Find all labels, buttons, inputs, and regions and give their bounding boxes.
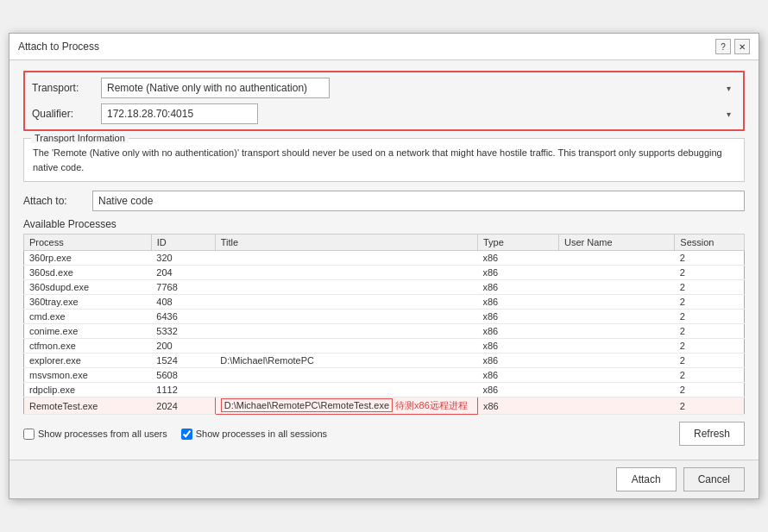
table-row[interactable]: cmd.exe 6436 x86 2: [24, 310, 745, 324]
cell-type: x86: [477, 324, 558, 339]
col-header-process: Process: [24, 235, 152, 251]
qualifier-row: Qualifier:: [32, 103, 736, 124]
close-button[interactable]: ✕: [734, 39, 750, 54]
transport-select[interactable]: Remote (Native only with no authenticati…: [101, 78, 330, 98]
cell-id: 7768: [151, 280, 215, 295]
cell-process: 360rp.exe: [24, 251, 152, 266]
cell-title: [215, 280, 477, 295]
transport-qualifier-group: Transport: Remote (Native only with no a…: [23, 71, 745, 131]
refresh-button[interactable]: Refresh: [679, 422, 745, 446]
attach-to-label: Attach to:: [23, 195, 92, 207]
cell-title: [215, 339, 477, 354]
bottom-left: Show processes from all users Show proce…: [23, 429, 327, 440]
dialog-content: Transport: Remote (Native only with no a…: [9, 60, 759, 460]
cell-process: cmd.exe: [24, 310, 152, 324]
table-row[interactable]: 360sdupd.exe 7768 x86 2: [24, 280, 745, 295]
table-row[interactable]: rdpclip.exe 1112 x86 2: [24, 383, 745, 397]
cell-user: [558, 310, 674, 324]
cell-type: x86: [477, 266, 558, 280]
available-processes-label: Available Processes: [23, 218, 745, 230]
cell-session: 2: [675, 266, 745, 280]
cell-session: 2: [675, 310, 745, 324]
cell-user: [558, 339, 674, 354]
show-all-users-checkbox-label[interactable]: Show processes from all users: [23, 429, 167, 440]
cell-id: 408: [151, 295, 215, 310]
transport-info-text: The 'Remote (Native only with no authent…: [33, 146, 735, 174]
cell-type: x86: [477, 280, 558, 295]
qualifier-input[interactable]: [101, 103, 258, 124]
cell-type: x86: [477, 383, 558, 397]
transport-row: Transport: Remote (Native only with no a…: [32, 78, 736, 98]
cell-id: 204: [151, 266, 215, 280]
show-all-sessions-checkbox-label[interactable]: Show processes in all sessions: [181, 429, 327, 440]
cell-title: [215, 251, 477, 266]
cell-type: x86: [477, 368, 558, 383]
cell-user: [558, 354, 674, 368]
col-header-user: User Name: [558, 235, 674, 251]
cell-id: 1112: [151, 383, 215, 397]
transport-info-section: Transport Information The 'Remote (Nativ…: [23, 138, 745, 182]
attach-button[interactable]: Attach: [616, 467, 677, 491]
cell-title: [215, 295, 477, 310]
cell-user: [558, 251, 674, 266]
cell-session: 2: [675, 368, 745, 383]
transport-info-legend: Transport Information: [31, 133, 129, 143]
cell-session: 2: [675, 383, 745, 397]
transport-select-wrapper: Remote (Native only with no authenticati…: [101, 78, 736, 98]
cell-title: [215, 310, 477, 324]
cell-id: 2024: [151, 397, 215, 415]
cell-process: conime.exe: [24, 324, 152, 339]
table-header: Process ID Title Type User Name Session: [24, 235, 745, 251]
table-row[interactable]: explorer.exe 1524 D:\Michael\RemotePC x8…: [24, 354, 745, 368]
cell-user: [558, 266, 674, 280]
col-header-title: Title: [215, 235, 477, 251]
col-header-id: ID: [151, 235, 215, 251]
cell-process: msvsmon.exe: [24, 368, 152, 383]
cell-process: 360sd.exe: [24, 266, 152, 280]
cell-title: D:\Michael\RemotePC: [215, 354, 477, 368]
cell-process: ctfmon.exe: [24, 339, 152, 354]
cell-type: x86: [477, 397, 558, 415]
table-row[interactable]: RemoteTest.exe 2024 D:\Michael\RemotePC\…: [24, 397, 745, 415]
show-all-users-checkbox[interactable]: [23, 429, 35, 440]
table-row[interactable]: ctfmon.exe 200 x86 2: [24, 339, 745, 354]
show-all-users-label: Show processes from all users: [38, 429, 167, 439]
cell-session: 2: [675, 280, 745, 295]
dialog-title: Attach to Process: [18, 41, 99, 53]
table-row[interactable]: 360sd.exe 204 x86 2: [24, 266, 745, 280]
bottom-right: Refresh: [679, 422, 745, 446]
cell-type: x86: [477, 310, 558, 324]
qualifier-wrapper: [101, 103, 736, 124]
cell-id: 5608: [151, 368, 215, 383]
cell-type: x86: [477, 295, 558, 310]
cell-session: 2: [675, 397, 745, 415]
process-table: Process ID Title Type User Name Session …: [23, 234, 745, 415]
dialog-footer: Attach Cancel: [9, 460, 759, 498]
cancel-button[interactable]: Cancel: [683, 467, 745, 491]
cell-title: [215, 383, 477, 397]
cell-type: x86: [477, 354, 558, 368]
table-row[interactable]: 360rp.exe 320 x86 2: [24, 251, 745, 266]
attach-to-row: Attach to:: [23, 191, 745, 211]
help-button[interactable]: ?: [715, 39, 731, 54]
cell-id: 6436: [151, 310, 215, 324]
cell-id: 320: [151, 251, 215, 266]
cell-type: x86: [477, 251, 558, 266]
cell-id: 200: [151, 339, 215, 354]
table-row[interactable]: 360tray.exe 408 x86 2: [24, 295, 745, 310]
table-row[interactable]: conime.exe 5332 x86 2: [24, 324, 745, 339]
col-header-type: Type: [477, 235, 558, 251]
title-bar-buttons: ? ✕: [715, 39, 750, 54]
cell-title: [215, 324, 477, 339]
cell-user: [558, 324, 674, 339]
attach-to-input[interactable]: [92, 191, 745, 211]
table-row[interactable]: msvsmon.exe 5608 x86 2: [24, 368, 745, 383]
cell-session: 2: [675, 324, 745, 339]
title-bar: Attach to Process ? ✕: [9, 34, 759, 60]
show-all-sessions-checkbox[interactable]: [181, 429, 192, 440]
cell-process: RemoteTest.exe: [24, 397, 152, 415]
transport-label: Transport:: [32, 82, 101, 94]
cell-session: 2: [675, 339, 745, 354]
bottom-bar: Show processes from all users Show proce…: [23, 415, 745, 449]
cell-id: 1524: [151, 354, 215, 368]
